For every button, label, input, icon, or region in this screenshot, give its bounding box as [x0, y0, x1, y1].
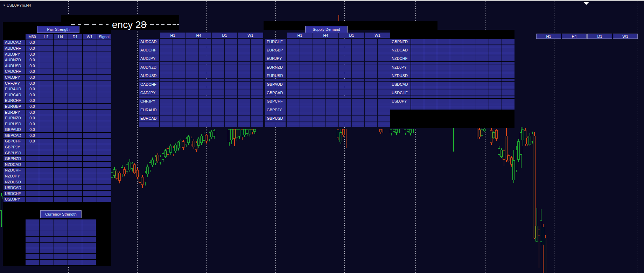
grid-cell [437, 73, 450, 78]
grid-cell [83, 104, 97, 109]
grid-cell [352, 79, 364, 81]
grid-cell [186, 39, 198, 44]
grid-cell [502, 96, 514, 98]
column-header-h4[interactable]: H4 [54, 34, 68, 40]
grid-cell [287, 70, 300, 73]
timeframe-header-d1[interactable]: D1 [212, 33, 237, 38]
grid-cell [352, 90, 364, 95]
grid-cell [411, 96, 424, 98]
candle-body [251, 129, 253, 132]
grid-cell [212, 39, 224, 44]
grid-cell [463, 99, 476, 104]
m30-value-cell: 0.0 [26, 115, 39, 121]
grid-cell [463, 70, 476, 73]
timeframe-header-w1[interactable]: W1 [365, 33, 390, 38]
grid-cell [97, 127, 111, 133]
grid-cell [378, 79, 390, 81]
currency-strength-cell [68, 237, 82, 242]
pair-label: EURAUD [4, 86, 25, 92]
grid-cell [83, 46, 97, 51]
column-header-w1[interactable]: W1 [83, 34, 97, 40]
pair-label: USDCHF [4, 191, 25, 196]
grid-cell [424, 90, 437, 95]
right-timeframe-button-h1[interactable]: H1 [536, 34, 561, 39]
timeframe-header-h4[interactable]: H4 [313, 33, 338, 38]
grid-cell [352, 96, 364, 98]
right-timeframe-button-w1[interactable]: W1 [613, 34, 638, 39]
timeframe-header-d1[interactable]: D1 [339, 33, 364, 38]
grid-cell [199, 70, 211, 73]
grid-cell [68, 144, 82, 150]
grid-cell [83, 40, 97, 46]
timeframe-header-h1[interactable]: H1 [160, 33, 186, 38]
timeframe-header-h1[interactable]: H1 [287, 33, 313, 38]
grid-cell [97, 191, 111, 196]
grid-cell [339, 96, 351, 98]
candle-body [505, 136, 507, 160]
supply-demand-button[interactable]: Supply Demand [305, 26, 348, 33]
m30-value-cell: 0.0 [26, 110, 39, 115]
label-filler-cell [265, 96, 286, 98]
column-header-m30[interactable]: M30 [26, 34, 39, 40]
dashboard-title-fragment: ency 28 [112, 19, 146, 30]
grid-cell [54, 150, 68, 156]
grid-cell [238, 64, 250, 70]
candle-body [128, 162, 131, 170]
right-timeframe-button-h4[interactable]: H4 [562, 34, 587, 39]
grid-cell [424, 64, 437, 70]
grid-cell [68, 197, 82, 202]
grid-cell [68, 57, 82, 63]
grid-cell [502, 82, 514, 87]
grid-cell [378, 99, 390, 104]
grid-cell [489, 62, 502, 64]
pair-strength-button[interactable]: Pair Strength [37, 26, 79, 33]
candle-body [144, 173, 146, 182]
currency-strength-button[interactable]: Currency Strength [40, 210, 82, 218]
grid-cell [68, 185, 82, 190]
timeframe-header-h4[interactable]: H4 [186, 33, 211, 38]
title-letter-fragment [161, 24, 164, 25]
grid-cell [97, 98, 111, 104]
grid-cell [352, 107, 364, 112]
grid-cell [365, 121, 377, 124]
candle-body [180, 140, 182, 146]
grid-cell [378, 47, 390, 52]
label-filler-cell [390, 44, 411, 47]
m30-value-cell: 0.0 [26, 63, 39, 69]
grid-cell [225, 79, 237, 81]
grid-cell [97, 80, 111, 86]
label-filler-cell [139, 87, 159, 90]
grid-cell [300, 70, 313, 73]
symbol-timeframe-label[interactable]: ▼USDJPYm,H4 [3, 3, 31, 7]
label-filler-cell [390, 107, 411, 110]
grid-cell [173, 96, 186, 98]
grid-cell [68, 69, 82, 75]
column-header-h1[interactable]: H1 [39, 34, 53, 40]
right-timeframe-button-d1[interactable]: D1 [587, 34, 612, 39]
timeframe-header-w1[interactable]: W1 [238, 33, 263, 38]
column-header-signal[interactable]: Signal [97, 34, 111, 40]
symbol-dropdown-icon[interactable]: ▼ [3, 4, 6, 7]
grid-cell [476, 107, 489, 110]
candle-body [182, 141, 184, 148]
grid-cell [365, 104, 377, 107]
candle-body [172, 148, 174, 154]
candle-body [185, 139, 187, 145]
grid-cell [450, 107, 463, 110]
grid-cell [411, 79, 424, 81]
currency-strength-cell [40, 237, 53, 242]
grid-cell [365, 96, 377, 98]
grid-cell [238, 96, 250, 98]
grid-cell [251, 73, 263, 78]
grid-cell [54, 168, 68, 173]
label-filler-cell [139, 53, 159, 56]
grid-cell [54, 144, 68, 150]
grid-cell [173, 56, 186, 61]
label-filler-cell [139, 113, 159, 115]
grid-cell [300, 82, 313, 87]
grid-cell [97, 115, 111, 121]
chart-shift-marker-icon[interactable] [583, 2, 589, 5]
grid-cell [160, 96, 173, 98]
column-header-d1[interactable]: D1 [68, 34, 82, 40]
grid-cell [54, 185, 68, 190]
